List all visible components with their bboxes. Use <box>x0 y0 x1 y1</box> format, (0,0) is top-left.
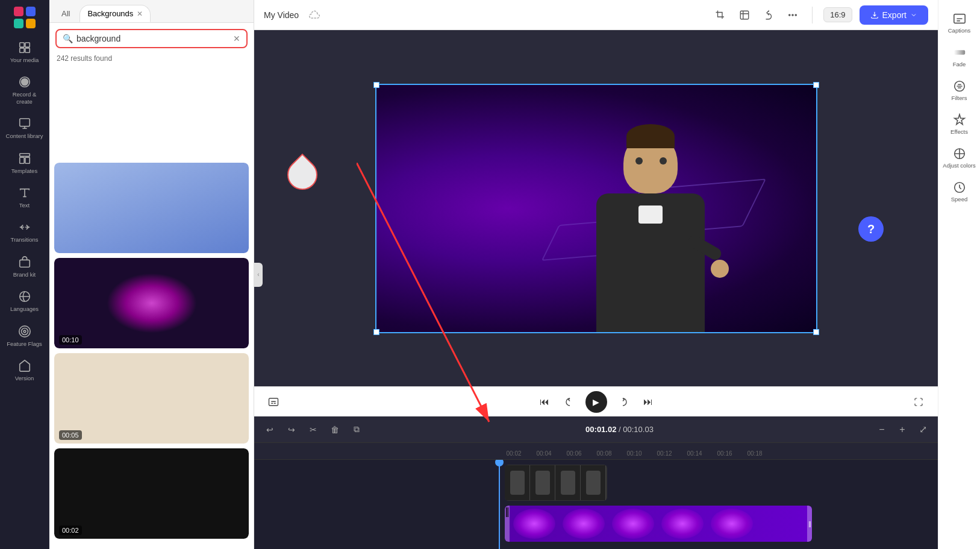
right-panel-effects-label: Effects <box>950 128 968 135</box>
panel-collapse-button[interactable]: ‹ <box>254 263 263 287</box>
video-thumb-4 <box>581 465 606 500</box>
right-panel-filters[interactable]: Filters <box>940 75 979 106</box>
right-panel-adjust-colors[interactable]: Adjust colors <box>940 142 979 174</box>
sidebar: Your media Record & create Content libra… <box>0 0 49 549</box>
cloud-icon[interactable] <box>306 7 323 24</box>
avatar-body <box>596 193 705 332</box>
right-panel-speed[interactable]: Speed <box>940 176 979 207</box>
rewind-button[interactable] <box>560 392 579 412</box>
right-panel-fade[interactable]: Fade <box>940 41 979 72</box>
export-button[interactable]: Export <box>860 5 928 25</box>
sidebar-label-record-create: Record & create <box>6 91 43 105</box>
zoom-in-button[interactable]: + <box>894 422 910 438</box>
media-thumb-yellow <box>54 67 249 158</box>
svg-rect-5 <box>25 43 29 47</box>
ruler-mark: 00:04 <box>529 450 559 457</box>
avatar-hand-right <box>711 260 729 278</box>
delete-button[interactable]: 🗑 <box>326 421 343 438</box>
list-item[interactable]: 00:02 <box>54 448 249 539</box>
skip-start-button[interactable]: ⏮ <box>535 392 554 412</box>
undo-button[interactable]: ↩ <box>261 421 278 438</box>
media-grid: 00:10 00:05 00:02 <box>49 67 254 549</box>
top-bar: My Video 16:9 <box>254 0 938 30</box>
list-item[interactable] <box>54 163 249 253</box>
tab-all[interactable]: All <box>54 5 77 22</box>
subtitles-icon[interactable] <box>264 392 283 412</box>
timeline-ruler: 00:02 00:04 00:06 00:08 00:10 00:12 00:1… <box>254 443 938 460</box>
svg-rect-11 <box>19 153 30 156</box>
canvas-handle-bl[interactable] <box>373 329 379 335</box>
clear-search-icon[interactable]: ✕ <box>233 34 240 43</box>
svg-rect-1 <box>26 7 36 16</box>
sidebar-item-languages[interactable]: Languages <box>4 285 46 317</box>
playhead[interactable] <box>499 460 500 549</box>
search-input[interactable] <box>76 34 229 43</box>
export-label: Export <box>882 10 907 20</box>
aspect-ratio-badge[interactable]: 16:9 <box>823 7 852 22</box>
fullscreen-button[interactable] <box>909 392 928 412</box>
sidebar-item-transitions[interactable]: Transitions <box>4 216 46 248</box>
clip-avatar-3 <box>561 471 575 495</box>
svg-rect-0 <box>14 7 23 16</box>
purple-orb-4 <box>661 509 704 539</box>
sidebar-item-text[interactable]: Text <box>4 181 46 213</box>
list-item[interactable]: 00:10 <box>54 258 249 348</box>
sidebar-item-version[interactable]: Version <box>4 354 46 386</box>
right-panel-effects[interactable]: Effects <box>940 108 979 140</box>
svg-rect-7 <box>25 48 29 52</box>
zoom-out-button[interactable]: − <box>874 422 890 438</box>
ruler-mark: 00:14 <box>679 450 710 457</box>
sidebar-label-content-library: Content library <box>6 133 43 139</box>
copy-button[interactable]: ⧉ <box>348 421 365 438</box>
video-canvas[interactable] <box>375 84 817 333</box>
skip-end-button[interactable]: ⏭ <box>638 392 658 412</box>
clip-end-handle[interactable]: ‖ <box>807 506 812 542</box>
cut-button[interactable]: ✂ <box>305 421 322 438</box>
content-panel: All Backgrounds ✕ 🔍 ✕ 242 results found <box>49 0 254 549</box>
playhead-head <box>495 460 504 466</box>
purple-glow <box>107 273 197 333</box>
crop-icon[interactable] <box>712 7 729 24</box>
sidebar-item-templates[interactable]: Templates <box>4 147 46 179</box>
video-thumb-1 <box>505 465 530 500</box>
total-time: 00:10.03 <box>623 425 654 434</box>
tab-backgrounds[interactable]: Backgrounds ✕ <box>80 5 151 22</box>
sidebar-item-content-library[interactable]: Content library <box>4 112 46 144</box>
resize-icon[interactable] <box>736 7 753 24</box>
tab-close-backgrounds[interactable]: ✕ <box>137 10 143 18</box>
help-button[interactable]: ? <box>858 216 884 242</box>
sidebar-item-brand-kit[interactable]: Brand kit <box>4 251 46 283</box>
svg-point-8 <box>21 79 28 86</box>
sidebar-item-your-media[interactable]: Your media <box>4 36 46 68</box>
redo-button[interactable]: ↪ <box>283 421 300 438</box>
right-panel-captions[interactable]: Captions <box>940 7 979 39</box>
video-clip[interactable] <box>505 465 607 501</box>
sidebar-item-record-create[interactable]: Record & create <box>4 71 46 110</box>
svg-rect-4 <box>19 43 23 47</box>
svg-rect-2 <box>14 19 23 28</box>
player-controls: ⏮ ▶ ⏭ <box>254 386 938 416</box>
background-clip[interactable]: ‖ ‖ <box>505 506 812 542</box>
list-item[interactable]: 00:05 <box>54 353 249 444</box>
more-options-icon[interactable] <box>784 7 801 24</box>
svg-rect-23 <box>269 398 278 406</box>
forward-button[interactable] <box>613 392 632 412</box>
timeline-toolbar: ↩ ↪ ✂ 🗑 ⧉ 00:01.02 / 00:10.03 − + ⤢ <box>254 416 938 443</box>
list-item[interactable] <box>54 67 249 158</box>
sidebar-label-version: Version <box>15 375 34 381</box>
media-duration-1: 00:10 <box>59 335 82 345</box>
canvas-handle-br[interactable] <box>813 329 819 335</box>
search-box: 🔍 ✕ <box>55 29 248 48</box>
canvas-handle-tr[interactable] <box>813 82 819 88</box>
video-title: My Video <box>264 10 299 20</box>
clip-start-handle[interactable]: ‖ <box>505 506 510 542</box>
zoom-fit-button[interactable]: ⤢ <box>915 422 931 438</box>
svg-rect-6 <box>19 48 23 52</box>
play-button[interactable]: ▶ <box>585 391 607 413</box>
ruler-mark: 00:18 <box>740 450 770 457</box>
timeline-time: 00:01.02 / 00:10.03 <box>370 425 869 434</box>
canvas-handle-tl[interactable] <box>373 82 379 88</box>
sidebar-item-feature-flags[interactable]: Feature Flags <box>4 320 46 352</box>
rotate-icon[interactable] <box>760 7 777 24</box>
svg-rect-10 <box>19 119 30 127</box>
